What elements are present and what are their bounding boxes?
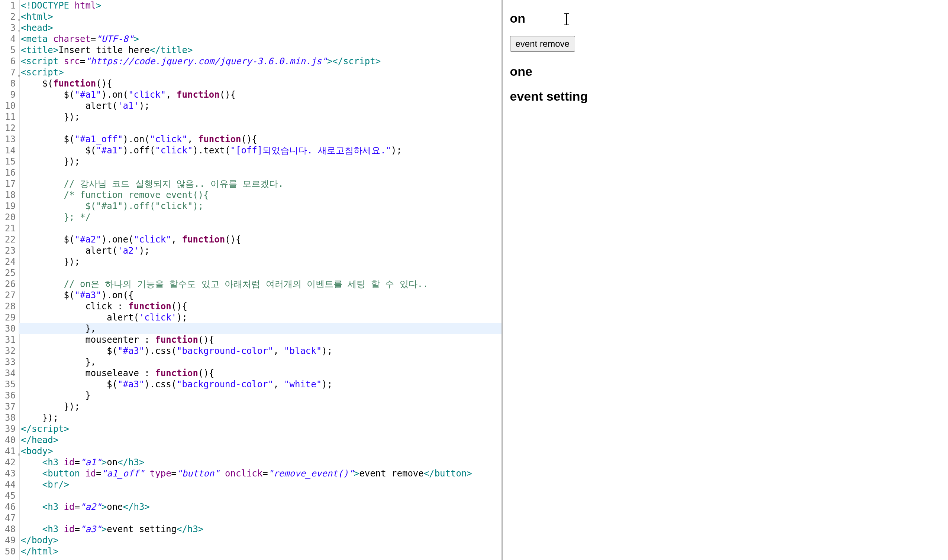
code-line[interactable]: 11 }); (0, 111, 502, 123)
code-content[interactable]: // on은 하나의 기능을 할수도 있고 아래처럼 여러개의 이벤트를 세팅 … (19, 278, 502, 290)
code-content[interactable]: /* function remove_event(){ (19, 189, 502, 200)
code-line[interactable]: 37 }); (0, 401, 502, 412)
code-line[interactable]: 35 $("#a3").css("background-color", "whi… (0, 379, 502, 390)
code-content[interactable]: mouseenter : function(){ (19, 334, 502, 345)
code-line[interactable]: 45 (0, 490, 502, 502)
code-content[interactable] (19, 490, 502, 502)
code-line[interactable]: 38 }); (0, 412, 502, 423)
code-line[interactable]: 7⊖<script> (0, 67, 502, 78)
code-line[interactable]: 42 <h3 id="a1">on</h3> (0, 457, 502, 468)
code-line[interactable]: 1<!DOCTYPE html> (0, 0, 502, 11)
code-content[interactable]: <script src="https://code.jquery.com/jqu… (19, 56, 502, 67)
code-content[interactable]: mouseleave : function(){ (19, 368, 502, 379)
fold-icon[interactable]: ⊖ (15, 70, 20, 75)
code-content[interactable]: alert('a1'); (19, 100, 502, 111)
code-content[interactable] (19, 167, 502, 178)
code-content[interactable]: $("#a1").off("click"); (19, 200, 502, 212)
code-content[interactable] (19, 268, 502, 278)
code-content[interactable]: $("#a2").one("click", function(){ (19, 234, 502, 245)
code-line[interactable]: 46 <h3 id="a2">one</h3> (0, 502, 502, 512)
code-content[interactable] (19, 512, 502, 524)
code-line[interactable]: 29 alert('click'); (0, 312, 502, 323)
code-line[interactable]: 6<script src="https://code.jquery.com/jq… (0, 56, 502, 67)
code-content[interactable]: <h3 id="a2">one</h3> (19, 502, 502, 512)
code-line[interactable]: 32 $("#a3").css("background-color", "bla… (0, 345, 502, 357)
code-content[interactable]: $("#a3").on({ (19, 290, 502, 301)
code-content[interactable]: }); (19, 412, 502, 423)
code-line[interactable]: 13 $("#a1_off").on("click", function(){ (0, 134, 502, 145)
code-content[interactable]: <html> (19, 11, 502, 22)
code-line[interactable]: 5<title>Insert title here</title> (0, 45, 502, 56)
code-line[interactable]: 3⊖<head> (0, 22, 502, 34)
code-content[interactable]: $(function(){ (19, 78, 502, 89)
code-content[interactable]: // 강사님 코드 실행되지 않음.. 이유를 모르겠다. (19, 178, 502, 189)
code-editor-pane[interactable]: 1<!DOCTYPE html>2⊖<html>3⊖<head>4<meta c… (0, 0, 503, 560)
code-content[interactable]: $("#a1").off("click").text("[off]되었습니다. … (19, 145, 502, 156)
code-line[interactable]: 15 }); (0, 156, 502, 167)
fold-icon[interactable]: ⊖ (15, 26, 20, 30)
code-line[interactable]: 43 <button id="a1_off" type="button" onc… (0, 468, 502, 479)
code-line[interactable]: 17 // 강사님 코드 실행되지 않음.. 이유를 모르겠다. (0, 178, 502, 189)
code-content[interactable]: }, (19, 357, 502, 368)
code-content[interactable]: <body> (19, 446, 502, 457)
code-line[interactable]: 21 (0, 223, 502, 234)
code-content[interactable]: $("#a1_off").on("click", function(){ (19, 134, 502, 145)
code-line[interactable]: 40</head> (0, 434, 502, 446)
code-line[interactable]: 33 }, (0, 357, 502, 368)
preview-heading-one[interactable]: one (510, 64, 941, 79)
code-content[interactable]: click : function(){ (19, 301, 502, 312)
code-content[interactable]: <script> (19, 67, 502, 78)
code-line[interactable]: 44 <br/> (0, 479, 502, 490)
code-line[interactable]: 24 }); (0, 256, 502, 268)
code-content[interactable] (19, 123, 502, 134)
code-content[interactable] (19, 223, 502, 234)
code-line[interactable]: 9 $("#a1").on("click", function(){ (0, 89, 502, 100)
code-content[interactable]: alert('click'); (19, 312, 502, 323)
code-line[interactable]: 19 $("#a1").off("click"); (0, 200, 502, 212)
preview-heading-event-setting[interactable]: event setting (510, 89, 941, 104)
code-content[interactable]: <!DOCTYPE html> (19, 0, 502, 11)
code-line[interactable]: 34 mouseleave : function(){ (0, 368, 502, 379)
code-content[interactable]: alert('a2'); (19, 245, 502, 256)
code-line[interactable]: 26 // on은 하나의 기능을 할수도 있고 아래처럼 여러개의 이벤트를 … (0, 278, 502, 290)
code-line[interactable]: 31 mouseenter : function(){ (0, 334, 502, 345)
code-line[interactable]: 36 } (0, 390, 502, 401)
code-line[interactable]: 20 }; */ (0, 212, 502, 223)
code-content[interactable]: </body> (19, 535, 502, 546)
code-content[interactable]: <button id="a1_off" type="button" onclic… (19, 468, 502, 479)
code-content[interactable]: </html> (19, 546, 502, 557)
code-content[interactable]: $("#a3").css("background-color", "white"… (19, 379, 502, 390)
code-line[interactable]: 22 $("#a2").one("click", function(){ (0, 234, 502, 245)
code-content[interactable]: <title>Insert title here</title> (19, 45, 502, 56)
code-line[interactable]: 50</html> (0, 546, 502, 557)
code-content[interactable]: } (19, 390, 502, 401)
code-line[interactable]: 10 alert('a1'); (0, 100, 502, 111)
code-line[interactable]: 49</body> (0, 535, 502, 546)
code-content[interactable]: }); (19, 111, 502, 123)
code-line[interactable]: 28 click : function(){ (0, 301, 502, 312)
preview-heading-on[interactable]: on (510, 11, 941, 26)
code-line[interactable]: 14 $("#a1").off("click").text("[off]되었습니… (0, 145, 502, 156)
code-content[interactable]: <head> (19, 22, 502, 34)
code-content[interactable]: }); (19, 256, 502, 268)
fold-icon[interactable]: ⊖ (15, 449, 20, 454)
code-line[interactable]: 47 (0, 512, 502, 524)
code-line[interactable]: 2⊖<html> (0, 11, 502, 22)
code-line[interactable]: 4<meta charset="UTF-8"> (0, 34, 502, 45)
code-line[interactable]: 30 }, (0, 323, 502, 334)
code-content[interactable]: <h3 id="a3">event setting</h3> (19, 524, 502, 535)
fold-icon[interactable]: ⊖ (15, 14, 20, 19)
code-content[interactable]: }); (19, 156, 502, 167)
code-content[interactable]: }; */ (19, 212, 502, 223)
code-content[interactable]: </script> (19, 423, 502, 434)
code-line[interactable]: 25 (0, 268, 502, 278)
code-content[interactable]: $("#a1").on("click", function(){ (19, 89, 502, 100)
code-line[interactable]: 48 <h3 id="a3">event setting</h3> (0, 524, 502, 535)
code-line[interactable]: 12 (0, 123, 502, 134)
code-line[interactable]: 41⊖<body> (0, 446, 502, 457)
code-line[interactable]: 27 $("#a3").on({ (0, 290, 502, 301)
code-line[interactable]: 18 /* function remove_event(){ (0, 189, 502, 200)
code-content[interactable]: </head> (19, 434, 502, 446)
code-line[interactable]: 8 $(function(){ (0, 78, 502, 89)
code-line[interactable]: 39</script> (0, 423, 502, 434)
